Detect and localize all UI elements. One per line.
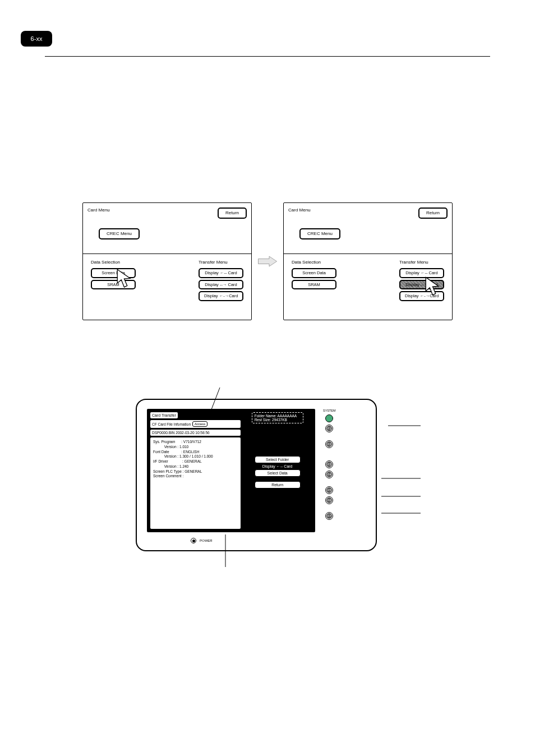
page-divider bbox=[45, 56, 490, 57]
sram-button[interactable]: SRAM bbox=[292, 280, 336, 290]
panel-title: Card Menu bbox=[87, 208, 140, 213]
svg-line-0 bbox=[209, 388, 220, 417]
crec-menu-button[interactable]: CREC Menu bbox=[299, 228, 340, 239]
display-from-card-button[interactable]: Display ←-- Card bbox=[199, 268, 243, 278]
crec-menu-button[interactable]: CREC Menu bbox=[99, 228, 140, 239]
panel-title: Card Menu bbox=[288, 208, 340, 213]
card-menu-panel-2: Card Menu CREC Menu Return Data Selectio… bbox=[283, 202, 453, 320]
transfer-menu-label: Transfer Menu bbox=[399, 260, 428, 265]
data-selection-label: Data Selection bbox=[292, 260, 321, 265]
callout-lines bbox=[113, 376, 427, 578]
return-button[interactable]: Return bbox=[218, 208, 247, 219]
screen-data-button[interactable]: Screen Data bbox=[91, 268, 136, 278]
display-from-card-button[interactable]: Display ←-- Card bbox=[399, 268, 444, 278]
page-tab: 6-xx bbox=[21, 31, 52, 47]
display-to-card-button[interactable]: Display --→ Card bbox=[199, 280, 243, 290]
return-button[interactable]: Return bbox=[418, 208, 448, 219]
display-sync-card-button[interactable]: Display ←-→Card bbox=[399, 291, 444, 301]
display-to-card-button[interactable]: Display --→ Card bbox=[399, 280, 444, 290]
transfer-menu-label: Transfer Menu bbox=[199, 260, 228, 265]
screen-data-button[interactable]: Screen Data bbox=[292, 268, 336, 278]
card-menu-panel-1: Card Menu CREC Menu Return Data Selectio… bbox=[82, 202, 252, 320]
display-sync-card-button[interactable]: Display ←-→Card bbox=[199, 291, 243, 301]
device-illustration: Card Transfer CF Card File Infomation Ac… bbox=[136, 399, 399, 551]
panels-row: Card Menu CREC Menu Return Data Selectio… bbox=[45, 202, 490, 320]
sram-button[interactable]: SRAM bbox=[91, 280, 136, 290]
arrow-right-icon bbox=[257, 255, 278, 268]
data-selection-label: Data Selection bbox=[91, 260, 120, 265]
